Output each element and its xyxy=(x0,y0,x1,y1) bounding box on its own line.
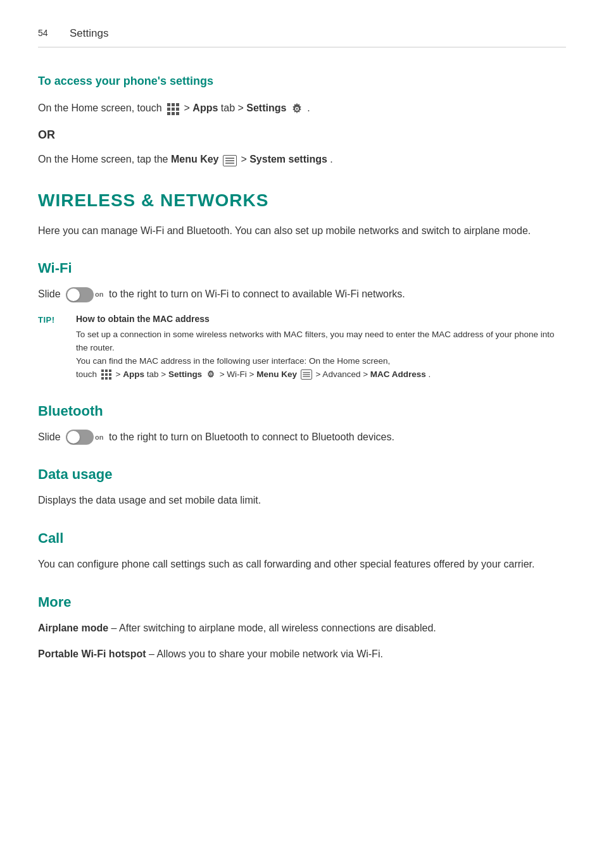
to-access-heading: To access your phone's settings xyxy=(38,73,566,90)
svg-rect-17 xyxy=(109,369,111,372)
data-usage-heading: Data usage xyxy=(38,464,566,485)
tip-menu-icon xyxy=(299,368,313,381)
step2-bold1: Menu Key xyxy=(171,154,222,164)
settings-gear-icon xyxy=(289,100,305,116)
wifi-toggle-track[interactable] xyxy=(66,287,94,302)
bluetooth-toggle-track[interactable] xyxy=(66,430,94,445)
bluetooth-section: Bluetooth Slide on to the right to turn … xyxy=(38,400,566,445)
tip-tab-label: tab > xyxy=(147,369,168,379)
data-usage-section: Data usage Displays the data usage and s… xyxy=(38,464,566,509)
wireless-section: WIRELESS & NETWORKS Here you can manage … xyxy=(38,187,566,239)
svg-rect-18 xyxy=(101,373,104,376)
more-heading: More xyxy=(38,592,566,612)
data-usage-description: Displays the data usage and set mobile d… xyxy=(38,492,566,509)
svg-rect-16 xyxy=(105,369,108,372)
svg-rect-19 xyxy=(105,373,108,376)
bluetooth-toggle[interactable]: on xyxy=(66,430,103,445)
more-section: More Airplane mode – After switching to … xyxy=(38,592,566,662)
bluetooth-slide-suffix: to the right to turn on Bluetooth to con… xyxy=(109,431,394,442)
tip-label: TIP! xyxy=(38,313,76,381)
step1-prefix: On the Home screen, touch xyxy=(38,102,162,113)
svg-point-11 xyxy=(296,108,298,110)
header-title: Settings xyxy=(63,25,108,42)
tip-advanced: > Advanced > xyxy=(315,369,370,379)
svg-rect-8 xyxy=(176,112,179,115)
tip-body2-text: You can find the MAC address in the foll… xyxy=(76,356,390,366)
bluetooth-toggle-label: on xyxy=(95,432,103,443)
wifi-slide-prefix: Slide xyxy=(38,288,61,299)
page: 54 Settings To access your phone's setti… xyxy=(0,0,604,868)
svg-rect-20 xyxy=(109,373,111,376)
tip-box: TIP! How to obtain the MAC address To se… xyxy=(38,313,566,381)
tip-apps-label: Apps xyxy=(123,369,144,379)
svg-rect-3 xyxy=(167,108,170,111)
svg-rect-6 xyxy=(167,112,170,115)
tip-body3-suffix: . xyxy=(429,369,431,379)
to-access-section: To access your phone's settings On the H… xyxy=(38,73,566,168)
tip-body3: touch xyxy=(76,368,566,381)
tip-body1-text: To set up a connection in some wireless … xyxy=(76,330,555,352)
page-number: 54 xyxy=(38,27,63,40)
tip-body3-prefix: touch xyxy=(76,369,97,379)
portable-bold: Portable Wi-Fi hotspot xyxy=(38,648,146,659)
or-text: OR xyxy=(38,127,566,144)
tip-mid: > Wi-Fi > xyxy=(220,369,257,379)
svg-rect-2 xyxy=(176,103,179,106)
wifi-heading: Wi-Fi xyxy=(38,257,566,278)
step2-text: On the Home screen, tap the Menu Key > S… xyxy=(38,151,566,168)
svg-rect-0 xyxy=(167,103,170,106)
bluetooth-slide-prefix: Slide xyxy=(38,431,61,442)
menu-key-icon xyxy=(222,152,238,168)
call-description: You can configure phone call settings su… xyxy=(38,556,566,573)
svg-rect-21 xyxy=(101,377,104,380)
tip-menukey-label: Menu Key xyxy=(256,369,297,379)
tip-gear-icon xyxy=(204,368,217,381)
svg-point-25 xyxy=(210,373,211,375)
airplane-text: Airplane mode – After switching to airpl… xyxy=(38,620,566,636)
svg-rect-7 xyxy=(172,112,175,115)
svg-rect-4 xyxy=(172,108,175,111)
wireless-description: Here you can manage Wi-Fi and Bluetooth.… xyxy=(38,223,566,239)
step1-bold1: Apps xyxy=(192,102,218,113)
wifi-toggle-label: on xyxy=(95,289,103,301)
svg-rect-22 xyxy=(105,377,108,380)
tip-apps-icon xyxy=(99,368,113,381)
page-header: 54 Settings xyxy=(38,25,566,47)
call-heading: Call xyxy=(38,528,566,549)
wifi-section: Wi-Fi Slide on to the right to turn on W… xyxy=(38,257,566,381)
step2-prefix: On the Home screen, tap the xyxy=(38,154,168,164)
tip-content: How to obtain the MAC address To set up … xyxy=(76,313,566,381)
portable-text: Portable Wi-Fi hotspot – Allows you to s… xyxy=(38,646,566,662)
svg-rect-5 xyxy=(176,108,179,111)
airplane-bold: Airplane mode xyxy=(38,623,108,633)
tip-body2: You can find the MAC address in the foll… xyxy=(76,355,566,368)
step2-bold2: System settings xyxy=(249,154,327,164)
tip-settings-label: Settings xyxy=(168,369,202,379)
bluetooth-heading: Bluetooth xyxy=(38,400,566,421)
wifi-slide-suffix: to the right to turn on Wi-Fi to connect… xyxy=(109,288,405,299)
step1-bold2: Settings xyxy=(246,102,286,113)
apps-grid-icon xyxy=(165,100,181,116)
svg-rect-1 xyxy=(172,103,175,106)
bluetooth-text: Slide on to the right to turn on Bluetoo… xyxy=(38,429,566,445)
call-section: Call You can configure phone call settin… xyxy=(38,528,566,573)
portable-description: – Allows you to share your mobile networ… xyxy=(149,648,383,659)
tip-title: How to obtain the MAC address xyxy=(76,313,566,326)
wifi-text: Slide on to the right to turn on Wi-Fi t… xyxy=(38,286,566,302)
wireless-heading: WIRELESS & NETWORKS xyxy=(38,187,566,214)
tip-mac-label: MAC Address xyxy=(370,369,426,379)
tip-body1: To set up a connection in some wireless … xyxy=(76,328,566,355)
step2-suffix: . xyxy=(330,154,332,164)
svg-rect-23 xyxy=(109,377,111,380)
step1-text: On the Home screen, touch > Apps tab > S… xyxy=(38,100,566,117)
wifi-toggle[interactable]: on xyxy=(66,287,103,302)
step1-tab: tab > xyxy=(221,102,246,113)
svg-rect-15 xyxy=(101,369,104,372)
airplane-description: – After switching to airplane mode, all … xyxy=(111,623,436,633)
step1-suffix: . xyxy=(307,102,310,113)
